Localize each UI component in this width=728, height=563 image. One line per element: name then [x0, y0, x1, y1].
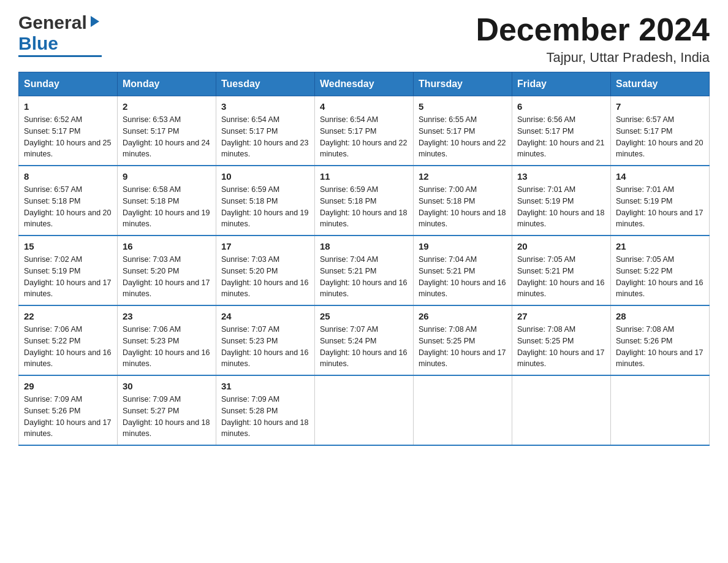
week-row-1: 1Sunrise: 6:52 AMSunset: 5:17 PMDaylight… — [19, 96, 710, 166]
day-number: 5 — [419, 101, 507, 112]
day-number: 23 — [123, 311, 211, 321]
day-cell-10: 10Sunrise: 6:59 AMSunset: 5:18 PMDayligh… — [216, 166, 315, 236]
day-info: Sunrise: 6:56 AMSunset: 5:17 PMDaylight:… — [517, 114, 605, 160]
day-info: Sunrise: 7:01 AMSunset: 5:19 PMDaylight:… — [616, 184, 704, 230]
logo-general: General — [18, 12, 87, 33]
day-info: Sunrise: 6:52 AMSunset: 5:17 PMDaylight:… — [24, 114, 112, 160]
day-info: Sunrise: 7:03 AMSunset: 5:20 PMDaylight:… — [221, 254, 309, 300]
header-day-monday: Monday — [118, 72, 216, 96]
day-cell-27: 27Sunrise: 7:08 AMSunset: 5:25 PMDayligh… — [512, 305, 611, 375]
logo-blue: Blue — [18, 33, 58, 54]
day-cell-19: 19Sunrise: 7:04 AMSunset: 5:21 PMDayligh… — [414, 236, 512, 305]
week-row-3: 15Sunrise: 7:02 AMSunset: 5:19 PMDayligh… — [19, 236, 710, 305]
day-info: Sunrise: 7:07 AMSunset: 5:24 PMDaylight:… — [320, 324, 408, 370]
day-number: 29 — [24, 381, 112, 391]
day-number: 31 — [221, 381, 309, 391]
week-row-2: 8Sunrise: 6:57 AMSunset: 5:18 PMDaylight… — [19, 166, 710, 236]
day-info: Sunrise: 7:08 AMSunset: 5:26 PMDaylight:… — [616, 324, 704, 370]
day-cell-22: 22Sunrise: 7:06 AMSunset: 5:22 PMDayligh… — [19, 305, 118, 375]
day-info: Sunrise: 6:59 AMSunset: 5:18 PMDaylight:… — [221, 184, 309, 230]
day-number: 7 — [616, 101, 704, 112]
day-cell-17: 17Sunrise: 7:03 AMSunset: 5:20 PMDayligh… — [216, 236, 315, 305]
day-cell-15: 15Sunrise: 7:02 AMSunset: 5:19 PMDayligh… — [19, 236, 118, 305]
day-info: Sunrise: 6:54 AMSunset: 5:17 PMDaylight:… — [221, 114, 309, 160]
empty-cell — [414, 375, 512, 445]
day-number: 20 — [517, 241, 605, 251]
day-number: 26 — [419, 311, 507, 321]
svg-marker-0 — [91, 16, 99, 27]
logo: General Blue — [18, 12, 102, 57]
day-number: 9 — [123, 171, 211, 182]
day-info: Sunrise: 7:04 AMSunset: 5:21 PMDaylight:… — [419, 254, 507, 300]
day-number: 15 — [24, 241, 112, 251]
header-day-friday: Friday — [512, 72, 611, 96]
day-info: Sunrise: 6:53 AMSunset: 5:17 PMDaylight:… — [123, 114, 211, 160]
day-info: Sunrise: 7:04 AMSunset: 5:21 PMDaylight:… — [320, 254, 408, 300]
day-number: 13 — [517, 171, 605, 182]
day-info: Sunrise: 7:00 AMSunset: 5:18 PMDaylight:… — [419, 184, 507, 230]
day-info: Sunrise: 7:07 AMSunset: 5:23 PMDaylight:… — [221, 324, 309, 370]
day-cell-16: 16Sunrise: 7:03 AMSunset: 5:20 PMDayligh… — [118, 236, 216, 305]
day-info: Sunrise: 7:05 AMSunset: 5:22 PMDaylight:… — [616, 254, 704, 300]
day-number: 18 — [320, 241, 408, 251]
empty-cell — [512, 375, 611, 445]
day-number: 6 — [517, 101, 605, 112]
day-cell-30: 30Sunrise: 7:09 AMSunset: 5:27 PMDayligh… — [118, 375, 216, 445]
day-number: 17 — [221, 241, 309, 251]
day-cell-31: 31Sunrise: 7:09 AMSunset: 5:28 PMDayligh… — [216, 375, 315, 445]
day-info: Sunrise: 7:02 AMSunset: 5:19 PMDaylight:… — [24, 254, 112, 300]
day-info: Sunrise: 6:57 AMSunset: 5:17 PMDaylight:… — [616, 114, 704, 160]
calendar-body: 1Sunrise: 6:52 AMSunset: 5:17 PMDaylight… — [19, 96, 710, 446]
logo-underline — [18, 55, 102, 57]
header-day-tuesday: Tuesday — [216, 72, 315, 96]
day-cell-25: 25Sunrise: 7:07 AMSunset: 5:24 PMDayligh… — [315, 305, 414, 375]
day-cell-18: 18Sunrise: 7:04 AMSunset: 5:21 PMDayligh… — [315, 236, 414, 305]
day-info: Sunrise: 7:06 AMSunset: 5:22 PMDaylight:… — [24, 324, 112, 370]
day-info: Sunrise: 6:58 AMSunset: 5:18 PMDaylight:… — [123, 184, 211, 230]
day-cell-1: 1Sunrise: 6:52 AMSunset: 5:17 PMDaylight… — [19, 96, 118, 166]
day-cell-6: 6Sunrise: 6:56 AMSunset: 5:17 PMDaylight… — [512, 96, 611, 166]
day-number: 24 — [221, 311, 309, 321]
day-cell-29: 29Sunrise: 7:09 AMSunset: 5:26 PMDayligh… — [19, 375, 118, 445]
day-info: Sunrise: 7:06 AMSunset: 5:23 PMDaylight:… — [123, 324, 211, 370]
day-cell-2: 2Sunrise: 6:53 AMSunset: 5:17 PMDaylight… — [118, 96, 216, 166]
header-day-sunday: Sunday — [19, 72, 118, 96]
day-number: 25 — [320, 311, 408, 321]
day-number: 3 — [221, 101, 309, 112]
day-cell-8: 8Sunrise: 6:57 AMSunset: 5:18 PMDaylight… — [19, 166, 118, 236]
title-block: December 2024 Tajpur, Uttar Pradesh, Ind… — [476, 12, 710, 66]
day-number: 30 — [123, 381, 211, 391]
page-header: General Blue December 2024 Tajpur, Uttar… — [18, 12, 710, 66]
day-cell-11: 11Sunrise: 6:59 AMSunset: 5:18 PMDayligh… — [315, 166, 414, 236]
day-info: Sunrise: 7:03 AMSunset: 5:20 PMDaylight:… — [123, 254, 211, 300]
month-title: December 2024 — [476, 12, 710, 47]
day-cell-20: 20Sunrise: 7:05 AMSunset: 5:21 PMDayligh… — [512, 236, 611, 305]
day-info: Sunrise: 6:55 AMSunset: 5:17 PMDaylight:… — [419, 114, 507, 160]
day-info: Sunrise: 7:01 AMSunset: 5:19 PMDaylight:… — [517, 184, 605, 230]
day-number: 12 — [419, 171, 507, 182]
day-cell-21: 21Sunrise: 7:05 AMSunset: 5:22 PMDayligh… — [611, 236, 710, 305]
day-cell-26: 26Sunrise: 7:08 AMSunset: 5:25 PMDayligh… — [414, 305, 512, 375]
day-number: 21 — [616, 241, 704, 251]
day-number: 16 — [123, 241, 211, 251]
day-number: 11 — [320, 171, 408, 182]
day-cell-5: 5Sunrise: 6:55 AMSunset: 5:17 PMDaylight… — [414, 96, 512, 166]
day-number: 27 — [517, 311, 605, 321]
calendar-table: SundayMondayTuesdayWednesdayThursdayFrid… — [18, 72, 710, 446]
day-info: Sunrise: 6:59 AMSunset: 5:18 PMDaylight:… — [320, 184, 408, 230]
week-row-5: 29Sunrise: 7:09 AMSunset: 5:26 PMDayligh… — [19, 375, 710, 445]
day-info: Sunrise: 7:09 AMSunset: 5:27 PMDaylight:… — [123, 394, 211, 440]
day-number: 1 — [24, 101, 112, 112]
day-info: Sunrise: 7:09 AMSunset: 5:26 PMDaylight:… — [24, 394, 112, 440]
location-title: Tajpur, Uttar Pradesh, India — [476, 50, 710, 66]
header-day-saturday: Saturday — [611, 72, 710, 96]
header-day-thursday: Thursday — [414, 72, 512, 96]
day-cell-3: 3Sunrise: 6:54 AMSunset: 5:17 PMDaylight… — [216, 96, 315, 166]
day-number: 22 — [24, 311, 112, 321]
day-cell-9: 9Sunrise: 6:58 AMSunset: 5:18 PMDaylight… — [118, 166, 216, 236]
week-row-4: 22Sunrise: 7:06 AMSunset: 5:22 PMDayligh… — [19, 305, 710, 375]
day-cell-24: 24Sunrise: 7:07 AMSunset: 5:23 PMDayligh… — [216, 305, 315, 375]
day-info: Sunrise: 6:57 AMSunset: 5:18 PMDaylight:… — [24, 184, 112, 230]
logo-arrow-icon — [88, 15, 102, 28]
day-info: Sunrise: 7:08 AMSunset: 5:25 PMDaylight:… — [419, 324, 507, 370]
